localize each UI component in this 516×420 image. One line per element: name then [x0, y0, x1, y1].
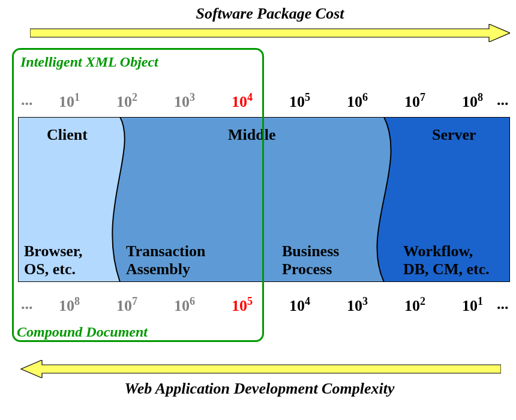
- scale-top: ... 101 102 103 104 105 106 107 108 ...: [18, 91, 510, 115]
- scale-value: 107: [404, 91, 425, 111]
- scale-value: 107: [116, 295, 137, 315]
- top-title: Software Package Cost: [30, 5, 510, 23]
- scale-value: 103: [174, 91, 195, 111]
- scale-value: 106: [174, 295, 195, 315]
- scale-value: 102: [404, 295, 425, 315]
- scale-value: 101: [59, 91, 80, 111]
- scale-value: 104: [289, 295, 310, 315]
- arrow-left-icon: [18, 360, 501, 378]
- scale-value: 106: [347, 91, 368, 111]
- tier-middle-bp: BusinessProcess: [282, 242, 339, 278]
- scale-value: 105: [289, 91, 310, 111]
- ellipsis: ...: [21, 91, 33, 109]
- tier-middle-label: Middle: [228, 126, 275, 144]
- tier-server-label: Server: [432, 126, 476, 144]
- tier-client-label: Client: [47, 126, 88, 144]
- ellipsis: ...: [497, 91, 509, 109]
- scale-value: 101: [462, 295, 483, 315]
- highlight-top-label: Intelligent XML Object: [20, 54, 158, 70]
- highlight-bottom-label: Compound Document: [17, 324, 148, 340]
- diagram-root: Software Package Cost Intelligent XML Ob…: [0, 0, 516, 420]
- tier-server-sub: Workflow,DB, CM, etc.: [403, 242, 490, 278]
- top-arrow-area: Software Package Cost: [30, 5, 510, 38]
- scale-value: 108: [462, 91, 483, 111]
- ellipsis: ...: [497, 295, 509, 313]
- svg-marker-0: [30, 24, 510, 42]
- svg-marker-2: [21, 360, 501, 378]
- scale-bottom: ... 108 107 106 105 104 103 102 101 ...: [18, 295, 510, 319]
- scale-value-current: 104: [232, 91, 253, 111]
- scale-value-current: 105: [232, 295, 253, 315]
- scale-value: 103: [347, 295, 368, 315]
- scale-value: 102: [116, 91, 137, 111]
- arrow-right-icon: [30, 24, 510, 42]
- tier-middle-ta: TransactionAssembly: [126, 242, 205, 278]
- ellipsis: ...: [21, 295, 33, 313]
- tier-client-sub: Browser,OS, etc.: [24, 242, 83, 278]
- bottom-arrow-area: Web Application Development Complexity: [18, 360, 501, 402]
- scale-value: 108: [59, 295, 80, 315]
- bottom-title: Web Application Development Complexity: [18, 380, 501, 398]
